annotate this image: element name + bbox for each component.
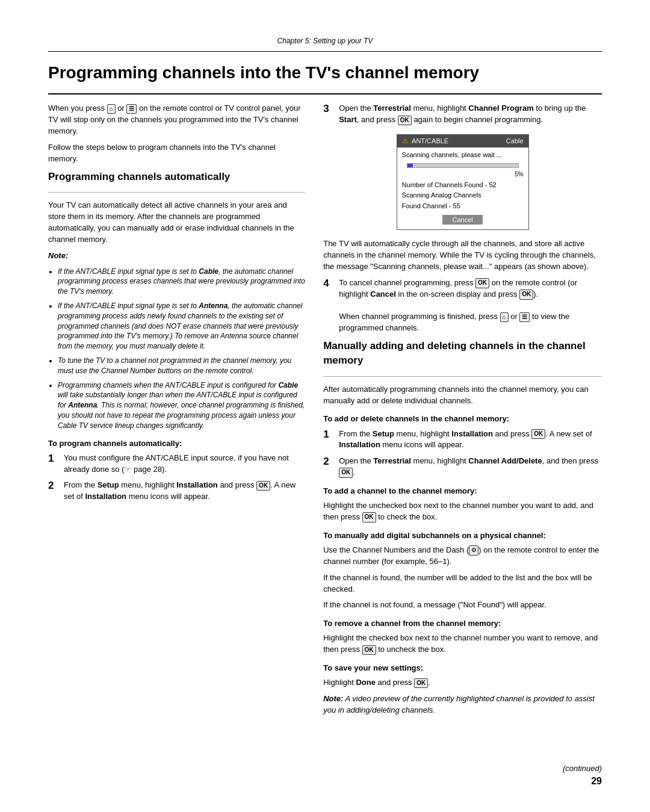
chapter-header: Chapter 5: Setting up your TV (48, 36, 602, 52)
section3-step-1: 1 From the Setup menu, highlight Install… (323, 429, 602, 451)
notes-list: If the ANT/CABLE input signal type is se… (58, 267, 305, 431)
note-label-text: Note: (48, 250, 305, 262)
to-program-label: To program channels automatically: (48, 438, 305, 449)
intro-para-1: When you press ⌂ or ☰ on the remote cont… (48, 103, 305, 137)
cancel-button[interactable]: Cancel (442, 215, 482, 225)
to-manually-add-body1: Use the Channel Numbers and the Dash (⊙)… (323, 545, 602, 568)
step-4: 4 To cancel channel programming, press O… (323, 277, 602, 334)
title-text: Programming channels into the TV's chann… (48, 63, 479, 82)
note-label: Note: (48, 251, 68, 260)
to-save-label: To save your new settings: (323, 663, 602, 674)
scanner-dialog: ⚠ ANT/CABLE Cable Scanning channels, ple… (397, 134, 529, 230)
channels-found-row: Number of Channels Found - 52 (402, 180, 524, 190)
step-4-num: 4 (323, 277, 334, 290)
section3-divider (323, 376, 602, 377)
section3-steps: 1 From the Setup menu, highlight Install… (323, 429, 602, 479)
intro-para-2: Follow the steps below to program channe… (48, 142, 305, 165)
scanner-signal-type: Cable (506, 137, 524, 146)
note-item-1: If the ANT/CABLE input signal type is se… (58, 267, 305, 297)
to-add-channel-label: To add a channel to the channel memory: (323, 486, 602, 497)
scanner-header: ⚠ ANT/CABLE Cable (397, 135, 528, 147)
scanning-label: Scanning channels, please wait ... (402, 150, 524, 160)
section1-steps: 1 You must configure the ANT/CABLE input… (48, 453, 305, 503)
continued-label: (continued) (563, 763, 602, 774)
title-divider (48, 93, 602, 95)
scanning-analog-row: Scanning Analog Channels (402, 190, 524, 200)
note-item-2: If the ANT/CABLE input signal type is se… (58, 301, 305, 352)
progress-pct: 5% (402, 170, 524, 179)
section3-intro: After automatically programming channels… (323, 384, 602, 407)
to-remove-label: To remove a channel from the channel mem… (323, 618, 602, 629)
step-3-content: Open the Terrestrial menu, highlight Cha… (339, 103, 602, 126)
step-3: 3 Open the Terrestrial menu, highlight C… (323, 103, 602, 126)
right-column: 3 Open the Terrestrial menu, highlight C… (323, 103, 602, 721)
step-1: 1 You must configure the ANT/CABLE input… (48, 453, 305, 476)
cancel-area: Cancel (402, 215, 524, 225)
scanner-body: Scanning channels, please wait ... 5% Nu… (397, 147, 528, 229)
step-3-after: The TV will automatically cycle through … (323, 238, 602, 273)
progress-fill (407, 164, 413, 167)
step-1-content: You must configure the ANT/CABLE input s… (64, 453, 305, 476)
to-manually-add-body2: If the channel is found, the number will… (323, 572, 602, 595)
section3-step-2: 2 Open the Terrestrial menu, highlight C… (323, 456, 602, 479)
section3-title: Manually adding and deleting channels in… (323, 339, 602, 368)
section3-step-1-num: 1 (323, 429, 334, 441)
section1-body1: Your TV can automatically detect all act… (48, 200, 305, 245)
page-title: Programming channels into the TV's chann… (48, 63, 602, 83)
step-1-num: 1 (48, 453, 59, 465)
to-save-body: Highlight Done and press OK. (323, 677, 602, 689)
step-2-num: 2 (48, 480, 59, 492)
found-channel-row: Found Channel - 55 (402, 201, 524, 211)
to-manually-add-label: To manually add digital subchannels on a… (323, 530, 602, 541)
page: Chapter 5: Setting up your TV Programmin… (0, 0, 650, 812)
to-manually-add-body3: If the channel is not found, a message (… (323, 600, 602, 611)
scanner-warning-icon: ⚠ ANT/CABLE (402, 137, 449, 146)
step-2-content: From the Setup menu, highlight Installat… (64, 480, 305, 503)
section1-divider (48, 192, 305, 193)
step-4-content: To cancel channel programming, press OK … (339, 277, 602, 334)
to-remove-body: Highlight the checked box next to the ch… (323, 633, 602, 655)
to-add-channel-body: Highlight the unchecked box next to the … (323, 500, 602, 523)
to-add-delete-label: To add or delete channels in the channel… (323, 414, 602, 424)
step-3-num: 3 (323, 103, 334, 115)
page-number: 29 (563, 775, 602, 788)
page-footer: (continued) 29 (563, 763, 602, 788)
section3-step-2-num: 2 (323, 456, 334, 468)
left-column: When you press ⌂ or ☰ on the remote cont… (48, 103, 305, 721)
progress-bar (407, 163, 519, 168)
note-item-4: Programming channels when the ANT/CABLE … (58, 380, 305, 431)
section1-title: Programming channels automatically (48, 170, 305, 184)
two-column-layout: When you press ⌂ or ☰ on the remote cont… (48, 103, 602, 721)
section3-step-2-content: Open the Terrestrial menu, highlight Cha… (339, 456, 602, 479)
note-item-3: To tune the TV to a channel not programm… (58, 356, 305, 376)
step-2: 2 From the Setup menu, highlight Install… (48, 480, 305, 503)
note-italic: Note: A video preview of the currently h… (323, 693, 602, 716)
chapter-title: Chapter 5: Setting up your TV (277, 37, 373, 45)
section3-step-1-content: From the Setup menu, highlight Installat… (339, 429, 602, 451)
